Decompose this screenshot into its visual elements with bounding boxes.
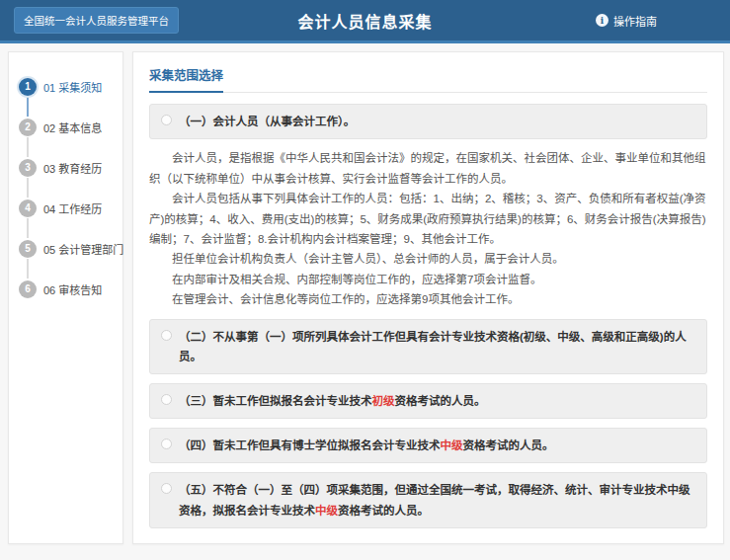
step-label: 06 审核告知 [43, 281, 102, 297]
scope-option-2[interactable]: （二）不从事第（一）项所列具体会计工作但具有会计专业技术资格(初级、中级、高级和… [149, 319, 707, 374]
page-body: 1 01 采集须知 2 02 基本信息 3 03 教育经历 4 04 工作经历 … [0, 43, 730, 544]
operation-guide-link[interactable]: i 操作指南 [596, 13, 657, 29]
scope-option-3[interactable]: （三）暂未工作但拟报名会计专业技术初级资格考试的人员。 [149, 383, 707, 419]
option-text: 资格考试的人员。 [338, 505, 429, 517]
main-content: 采集范围选择 （一）会计人员（从事会计工作）。 会计人员，是指根据《中华人民共和… [132, 51, 724, 544]
sidebar-step-basic-info[interactable]: 2 02 基本信息 [19, 107, 117, 147]
notice-paragraph: 担任单位会计机构负责人（会计主管人员）、总会计师的人员，属于会计人员。 [149, 249, 707, 269]
option-text: （二）不从事第（一）项所列具体会计工作但具有会计专业技术资格(初级、中级、高级和… [179, 331, 687, 362]
option-text: 资格考试的人员。 [395, 395, 486, 407]
sidebar-step-work-experience[interactable]: 4 04 工作经历 [19, 188, 117, 228]
platform-home-button[interactable]: 全国统一会计人员服务管理平台 [14, 7, 179, 34]
radio-icon[interactable] [161, 483, 172, 494]
scope-option-1[interactable]: （一）会计人员（从事会计工作）。 [149, 104, 707, 139]
step-number-badge: 3 [19, 159, 37, 177]
option-text: （四）暂未工作但具有博士学位拟报名会计专业技术 [179, 440, 441, 451]
operation-guide-label: 操作指南 [613, 13, 657, 29]
step-label: 03 教育经历 [43, 160, 102, 176]
option-text-highlight: 中级 [315, 505, 338, 517]
sidebar-step-review-notice[interactable]: 6 06 审核告知 [19, 269, 117, 309]
step-label: 01 采集须知 [43, 79, 102, 95]
option-text-highlight: 初级 [372, 395, 395, 407]
radio-icon[interactable] [161, 115, 172, 125]
notice-paragraph: 在管理会计、会计信息化等岗位工作的，应选择第9项其他会计工作。 [149, 289, 707, 309]
notice-paragraph: 会计人员，是指根据《中华人民共和国会计法》的规定，在国家机关、社会团体、企业、事… [149, 148, 707, 189]
option-text-highlight: 中级 [441, 440, 463, 451]
step-number-badge: 2 [19, 119, 37, 136]
scope-option-4-label: （四）暂未工作但具有博士学位拟报名会计专业技术中级资格考试的人员。 [179, 436, 554, 455]
scope-option-2-label: （二）不从事第（一）项所列具体会计工作但具有会计专业技术资格(初级、中级、高级和… [179, 327, 694, 366]
notice-paragraph: 会计人员包括从事下列具体会计工作的人员：包括：1、出纳；2、稽核；3、资产、负债… [149, 189, 707, 249]
app-header: 全国统一会计人员服务管理平台 会计人员信息采集 i 操作指南 [0, 0, 730, 43]
sidebar-step-collection-notice[interactable]: 1 01 采集须知 [19, 66, 117, 107]
step-number-badge: 4 [19, 200, 37, 217]
materials-section-header: 材料准备 [149, 541, 707, 544]
step-number-badge: 1 [19, 78, 37, 96]
sidebar-step-accounting-dept[interactable]: 5 05 会计管理部门 [19, 228, 117, 269]
scope-option-1-label: （一）会计人员（从事会计工作）。 [179, 112, 355, 131]
scope-option-5[interactable]: （五）不符合（一）至（四）项采集范围，但通过全国统一考试，取得经济、统计、审计专… [149, 472, 707, 527]
radio-icon[interactable] [161, 394, 172, 405]
option-text: （五）不符合（一）至（四）项采集范围，但通过全国统一考试，取得经济、统计、审计专… [179, 484, 690, 516]
step-label: 05 会计管理部门 [43, 241, 123, 257]
radio-icon[interactable] [161, 439, 172, 449]
scope-option-5-label: （五）不符合（一）至（四）项采集范围，但通过全国统一考试，取得经济、统计、审计专… [179, 480, 694, 520]
option-text: （一）会计人员（从事会计工作）。 [179, 116, 355, 127]
scope-notice-block: 会计人员，是指根据《中华人民共和国会计法》的规定，在国家机关、社会团体、企业、事… [149, 148, 707, 310]
option-text: 资格考试的人员。 [463, 440, 554, 451]
step-label: 04 工作经历 [43, 200, 102, 216]
step-number-badge: 5 [19, 240, 37, 258]
step-sidebar: 1 01 采集须知 2 02 基本信息 3 03 教育经历 4 04 工作经历 … [8, 51, 123, 544]
scope-option-3-label: （三）暂未工作但拟报名会计专业技术初级资格考试的人员。 [179, 391, 486, 411]
sidebar-step-education[interactable]: 3 03 教育经历 [19, 147, 117, 188]
option-text: （三）暂未工作但拟报名会计专业技术 [179, 395, 372, 407]
step-label: 02 基本信息 [43, 120, 102, 135]
scope-section-header: 采集范围选择 [149, 65, 707, 93]
info-icon: i [596, 14, 608, 27]
scope-section-title: 采集范围选择 [149, 65, 223, 93]
scope-option-4[interactable]: （四）暂未工作但具有博士学位拟报名会计专业技术中级资格考试的人员。 [149, 428, 707, 463]
radio-icon[interactable] [161, 330, 172, 341]
notice-paragraph: 在内部审计及相关合规、内部控制等岗位工作的，应选择第7项会计监督。 [149, 270, 707, 289]
step-number-badge: 6 [19, 280, 37, 298]
materials-section-title: 材料准备 [149, 541, 199, 544]
